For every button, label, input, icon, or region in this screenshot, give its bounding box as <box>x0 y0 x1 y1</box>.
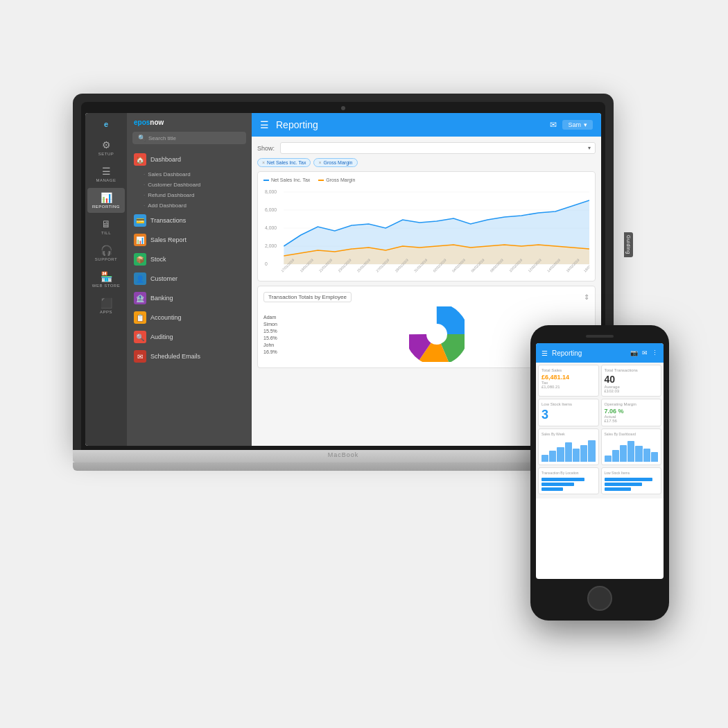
phone-chart-sales-week: Sales By Week <box>538 428 599 465</box>
banking-label: Banking <box>150 295 173 302</box>
phone-share-icon: ✉ <box>642 349 648 356</box>
sidebar-item-apps[interactable]: ⬛ APPS <box>87 293 125 318</box>
dashboard-label: Dashboard <box>150 156 181 163</box>
loc-bar-2 <box>541 483 574 486</box>
chart-settings-icon[interactable]: ⇕ <box>584 293 589 301</box>
app-sidebar: eposnow 🔍 Search title 🏠 Dashboard <box>127 113 252 446</box>
total-tx-label: Total Transactions <box>605 368 659 372</box>
eposnow-brand: e <box>101 119 111 130</box>
phone-more-icon[interactable]: ⋮ <box>652 349 658 356</box>
menu-item-scheduled-emails[interactable]: ✉ Scheduled Emails <box>127 347 252 366</box>
phone-chart-tx-location: Transaction By Location <box>538 467 599 494</box>
customer-icon: 👤 <box>134 272 146 285</box>
sales-dashboard-chart <box>605 437 659 462</box>
bar-1 <box>541 455 548 462</box>
total-sales-value: £6,481.14 <box>541 374 596 381</box>
search-box[interactable]: 🔍 Search title <box>132 132 246 144</box>
filter-tags: × Net Sales Inc. Tax × Gross Margin <box>257 158 596 167</box>
support-label: SUPPORT <box>95 257 117 261</box>
phone-menu-icon[interactable]: ☰ <box>541 349 548 357</box>
phone-topbar: ☰ Reporting 📷 ✉ ⋮ <box>536 343 664 363</box>
sidebar-item-till[interactable]: 🖥 TILL <box>87 214 125 239</box>
sidebar-item-support[interactable]: 🎧 SUPPORT <box>87 241 125 266</box>
transactions-icon: 💳 <box>134 214 146 227</box>
reporting-icon: 📊 <box>101 192 112 203</box>
dbar-2 <box>612 450 619 462</box>
webstore-icon: 🏪 <box>101 271 112 282</box>
phone-stats-row-1: Total Sales £6,481.14 Tax£1,080.21 Total… <box>538 365 661 397</box>
op-margin-value: 7.06 % <box>605 408 659 415</box>
menu-item-transactions[interactable]: 💳 Transactions <box>127 211 252 230</box>
line-chart-container: Net Sales Inc. Tax Gross Margin <box>257 171 596 281</box>
menu-item-accounting[interactable]: 📋 Accounting <box>127 308 252 327</box>
dbar-4 <box>627 441 634 462</box>
submenu-refund-dashboard[interactable]: Refund Dashboard <box>127 190 252 200</box>
pie-label-simon: Simon <box>263 322 277 327</box>
bar-2 <box>549 451 556 462</box>
transactions-label: Transactions <box>150 217 186 224</box>
phone-page-title: Reporting <box>552 349 626 357</box>
email-icon[interactable]: ✉ <box>550 120 557 130</box>
phone-stat-operating-margin: Operating Margin 7.06 % Actual£17.56 <box>601 399 662 426</box>
username: Sam <box>568 121 581 128</box>
pie-pct-john: 16.9% <box>263 349 277 354</box>
hamburger-icon[interactable]: ☰ <box>260 119 269 130</box>
sidebar-item-webstore[interactable]: 🏪 WEB STORE <box>87 267 125 292</box>
phone-stat-total-sales: Total Sales £6,481.14 Tax£1,080.21 <box>538 365 599 397</box>
menu-item-banking[interactable]: 🏦 Banking <box>127 288 252 308</box>
filter-tag-label: Net Sales Inc. Tax <box>267 160 306 165</box>
pie-pct-unknown: 15.6% <box>263 336 277 340</box>
show-row: Show: ▾ <box>257 142 596 154</box>
dbar-5 <box>635 446 642 462</box>
reporting-label: REPORTING <box>92 205 120 209</box>
dbar-6 <box>643 449 650 462</box>
webstore-label: WEB STORE <box>92 284 120 288</box>
user-menu[interactable]: Sam ▾ <box>562 120 593 130</box>
legend-net-sales-dot <box>263 180 269 181</box>
laptop-screen: e ⚙ SETUP ☰ MANAGE 📊 REPORTING <box>85 113 601 446</box>
submenu-sales-dashboard[interactable]: Sales Dashboard <box>127 169 252 180</box>
auditing-label: Auditing <box>150 333 173 340</box>
legend-gross-margin: Gross Margin <box>318 177 355 182</box>
submenu-customer-dashboard[interactable]: Customer Dashboard <box>127 180 252 190</box>
apps-icon: ⬛ <box>101 297 112 309</box>
menu-item-customer[interactable]: 👤 Customer <box>127 269 252 288</box>
topbar: ☰ Reporting ✉ Sam ▾ <box>252 113 601 137</box>
dbar-1 <box>605 456 612 462</box>
legend-net-sales-label: Net Sales Inc. Tax <box>271 177 310 182</box>
filter-tag-gross-margin[interactable]: × Gross Margin <box>313 158 357 167</box>
menu-item-auditing[interactable]: 🔍 Auditing <box>127 327 252 347</box>
pie-labels: Adam Simon 15.5% 15.6% John 16.9% <box>263 315 277 354</box>
total-tx-value: 40 <box>605 374 659 385</box>
accounting-label: Accounting <box>150 314 182 321</box>
setup-label: SETUP <box>98 152 114 156</box>
sales-week-label: Sales By Week <box>541 432 596 436</box>
filter-tag-net-sales[interactable]: × Net Sales Inc. Tax <box>257 158 311 167</box>
phone-home-button[interactable] <box>587 586 612 611</box>
sidebar-item-setup[interactable]: ⚙ SETUP <box>87 135 125 160</box>
sidebar-menu: 🏠 Dashboard Sales Dashboard Customer Das… <box>127 150 252 446</box>
submenu-add-dashboard[interactable]: Add Dashboard <box>127 200 252 211</box>
sidebar-item-reporting[interactable]: 📊 REPORTING <box>87 188 125 213</box>
menu-item-sales-report[interactable]: 📊 Sales Report <box>127 230 252 250</box>
banking-icon: 🏦 <box>134 292 146 304</box>
legend-gross-margin-dot <box>318 180 324 181</box>
op-margin-label: Operating Margin <box>605 402 659 406</box>
remove-filter-icon[interactable]: × <box>262 160 265 165</box>
svg-text:4,000: 4,000 <box>265 225 277 230</box>
guiding-tab[interactable]: Guiding <box>624 232 633 257</box>
svg-text:8,000: 8,000 <box>265 189 277 194</box>
sidebar-item-manage[interactable]: ☰ MANAGE <box>87 162 125 187</box>
chart-type-label: Transaction Totals by Employee <box>268 294 347 300</box>
phone: ☰ Reporting 📷 ✉ ⋮ Total Sales £6,481.14 … <box>530 325 669 621</box>
chart-type-select[interactable]: Transaction Totals by Employee <box>263 292 352 302</box>
menu-item-dashboard[interactable]: 🏠 Dashboard <box>127 150 252 169</box>
low-stock-value: 3 <box>541 408 596 422</box>
show-dropdown[interactable]: ▾ <box>280 142 596 154</box>
menu-item-stock[interactable]: 📦 Stock <box>127 250 252 269</box>
manage-label: MANAGE <box>96 178 116 182</box>
remove-filter-gross-icon[interactable]: × <box>318 160 321 165</box>
bar-7 <box>588 440 595 462</box>
pie-label-john: John <box>263 343 277 347</box>
phone-outer: ☰ Reporting 📷 ✉ ⋮ Total Sales £6,481.14 … <box>530 325 669 621</box>
